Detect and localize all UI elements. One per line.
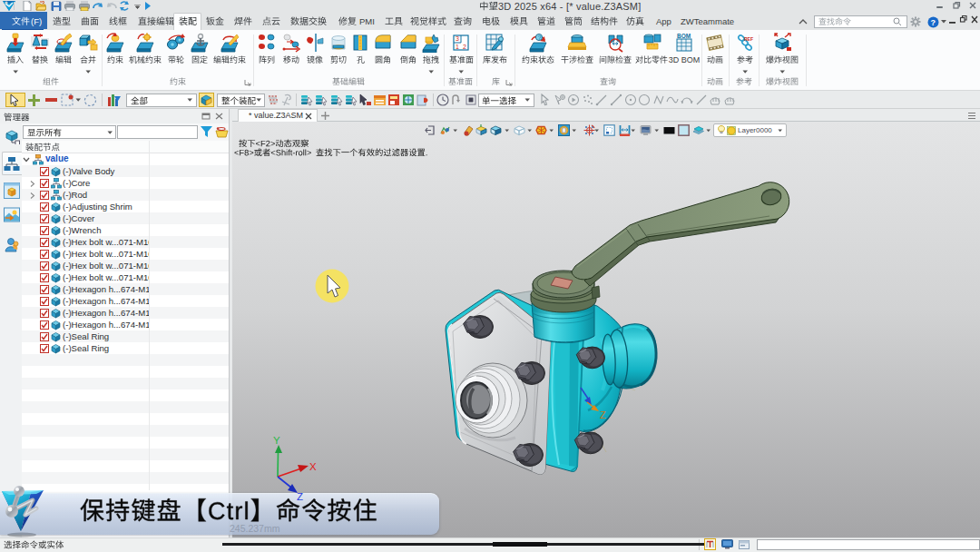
svg-text:X: X bbox=[309, 461, 317, 472]
svg-text:BOM: BOM bbox=[677, 33, 691, 39]
svg-text:1: 1 bbox=[456, 44, 459, 50]
svg-text:2: 2 bbox=[463, 44, 466, 50]
svg-text:?: ? bbox=[931, 18, 936, 27]
svg-text:REF: REF bbox=[744, 36, 753, 42]
svg-text:Z: Z bbox=[600, 409, 606, 420]
svg-text:Z: Z bbox=[297, 491, 303, 502]
svg-text:3: 3 bbox=[456, 35, 459, 42]
svg-text:?: ? bbox=[537, 34, 541, 41]
svg-text:Y: Y bbox=[273, 435, 280, 446]
